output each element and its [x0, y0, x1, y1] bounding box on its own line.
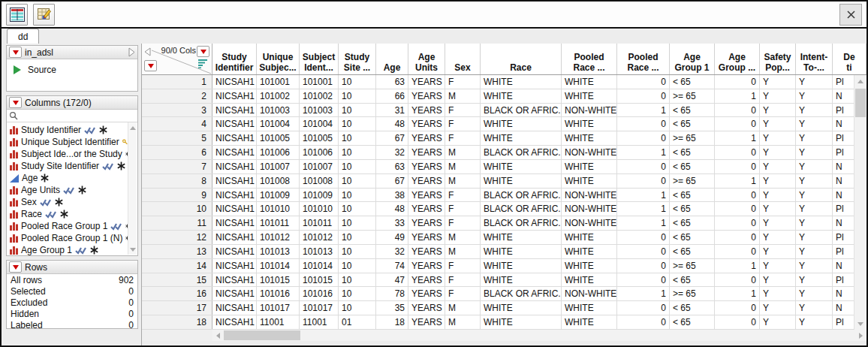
cell[interactable]: 10: [339, 104, 376, 117]
cell[interactable]: >= 65: [670, 287, 715, 300]
edit-table-icon-button[interactable]: [33, 4, 55, 26]
column-header[interactable]: Sex: [445, 44, 481, 74]
columns-search-input[interactable]: [18, 110, 135, 122]
cell[interactable]: BLACK OR AFRIC...: [481, 216, 562, 230]
cell[interactable]: 0: [715, 189, 760, 202]
cell[interactable]: Y: [760, 216, 796, 230]
cell[interactable]: Y: [760, 287, 796, 300]
cell[interactable]: YEARS: [408, 259, 445, 273]
cell[interactable]: NON-WHITE: [562, 216, 617, 230]
row-number[interactable]: 15: [142, 273, 212, 287]
cell[interactable]: 101008: [300, 174, 339, 188]
cell[interactable]: 101010: [300, 202, 339, 216]
cell[interactable]: 1: [715, 259, 760, 273]
cell[interactable]: 0: [715, 160, 760, 174]
cell[interactable]: < 65: [670, 146, 715, 159]
cell[interactable]: 101015: [300, 273, 339, 287]
cell[interactable]: < 65: [670, 315, 715, 329]
cell[interactable]: M: [445, 89, 481, 103]
cell[interactable]: 101010: [257, 202, 300, 216]
cell[interactable]: 0: [617, 231, 670, 244]
cell[interactable]: 1: [715, 174, 760, 188]
cell[interactable]: 10: [339, 174, 376, 188]
column-header[interactable]: PooledRace ...: [617, 44, 670, 74]
cell[interactable]: M: [445, 301, 481, 315]
column-header[interactable]: AgeGroup ...: [715, 44, 760, 74]
tab-dd[interactable]: dd: [7, 29, 39, 44]
cell[interactable]: Y: [760, 315, 796, 329]
column-list-item[interactable]: Race: [8, 208, 128, 220]
cell[interactable]: 101006: [300, 146, 339, 159]
cell[interactable]: 0: [715, 202, 760, 216]
cell[interactable]: 101015: [257, 273, 300, 287]
cell[interactable]: NICSAH1: [212, 301, 257, 315]
vertical-scrollbar-thumb[interactable]: [855, 89, 866, 117]
cell[interactable]: Y: [796, 259, 833, 273]
cell[interactable]: 0: [715, 75, 760, 89]
cell[interactable]: 10: [339, 189, 376, 202]
cell[interactable]: BLACK OR AFRIC...: [481, 287, 562, 300]
cell[interactable]: Y: [760, 259, 796, 273]
cell[interactable]: Y: [796, 146, 833, 159]
cell[interactable]: 1: [617, 104, 670, 117]
cell[interactable]: < 65: [670, 117, 715, 131]
cell[interactable]: Y: [760, 75, 796, 89]
column-header[interactable]: StudySite ...: [339, 44, 376, 74]
column-header[interactable]: UniqueSubjec...: [257, 44, 300, 74]
cell[interactable]: WHITE: [562, 245, 617, 258]
cell[interactable]: NON-WHITE: [562, 189, 617, 202]
cell[interactable]: 101007: [300, 160, 339, 174]
cell[interactable]: F: [445, 287, 481, 300]
column-list-item[interactable]: Age Group 1: [8, 244, 128, 255]
cell[interactable]: WHITE: [481, 231, 562, 244]
cell[interactable]: Y: [796, 315, 833, 329]
cell[interactable]: 1: [715, 131, 760, 145]
cell[interactable]: WHITE: [562, 315, 617, 329]
cell[interactable]: Y: [796, 117, 833, 131]
cell[interactable]: NICSAH1: [212, 89, 257, 103]
cell[interactable]: F: [445, 202, 481, 216]
cell[interactable]: WHITE: [481, 174, 562, 188]
cell[interactable]: 101005: [257, 131, 300, 145]
row-number[interactable]: 10: [142, 202, 212, 216]
cell[interactable]: 1: [617, 189, 670, 202]
cell[interactable]: 11001: [300, 315, 339, 329]
cell[interactable]: 101009: [257, 189, 300, 202]
column-list-item[interactable]: Age: [8, 172, 128, 184]
cell[interactable]: NICSAH1: [212, 315, 257, 329]
rows-menu-red-triangle-button[interactable]: [9, 261, 22, 273]
cell[interactable]: < 65: [670, 245, 715, 258]
horizontal-scrollbar[interactable]: [142, 330, 866, 341]
cell[interactable]: 101004: [300, 117, 339, 131]
cell[interactable]: 0: [715, 104, 760, 117]
horizontal-scrollbar-thumb[interactable]: [224, 330, 300, 340]
cell[interactable]: NICSAH1: [212, 216, 257, 230]
cell[interactable]: 101009: [300, 189, 339, 202]
cell[interactable]: YEARS: [408, 216, 445, 230]
cell[interactable]: >= 65: [670, 259, 715, 273]
cell[interactable]: NON-WHITE: [562, 202, 617, 216]
cell[interactable]: 101002: [300, 89, 339, 103]
cell[interactable]: 35: [376, 301, 408, 315]
table-menu-red-triangle-button[interactable]: [9, 47, 22, 58]
column-header[interactable]: Age: [376, 44, 408, 74]
cell[interactable]: YEARS: [408, 89, 445, 103]
cell[interactable]: 0: [617, 245, 670, 258]
cell[interactable]: NICSAH1: [212, 231, 257, 244]
cell[interactable]: >= 65: [670, 131, 715, 145]
cell[interactable]: 1: [715, 89, 760, 103]
cell[interactable]: 101014: [257, 259, 300, 273]
row-number[interactable]: 4: [142, 117, 212, 131]
cell[interactable]: WHITE: [481, 117, 562, 131]
row-number[interactable]: 13: [142, 245, 212, 258]
cell[interactable]: Y: [796, 131, 833, 145]
cell[interactable]: NICSAH1: [212, 245, 257, 258]
cell[interactable]: WHITE: [562, 301, 617, 315]
cell[interactable]: Y: [796, 216, 833, 230]
row-number[interactable]: 5: [142, 131, 212, 145]
cell[interactable]: Y: [760, 131, 796, 145]
cell[interactable]: >= 65: [670, 174, 715, 188]
cell[interactable]: F: [445, 75, 481, 89]
cell[interactable]: 66: [376, 89, 408, 103]
cell[interactable]: 0: [617, 131, 670, 145]
